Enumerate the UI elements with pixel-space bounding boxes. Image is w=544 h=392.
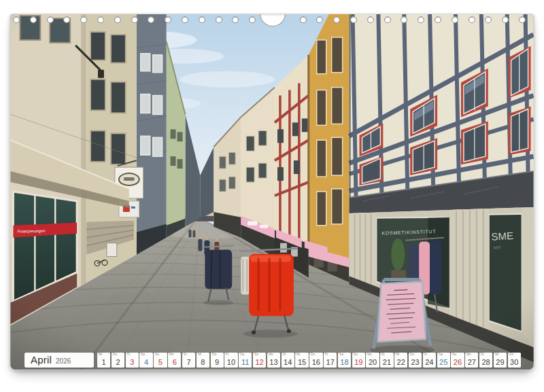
calendar-day-cell: Do 9 — [211, 353, 224, 368]
calendar-day-cell: Fr 3 — [126, 353, 139, 368]
day-number: 18 — [338, 358, 351, 366]
calendar-day-cell: Sa 11 — [239, 353, 252, 368]
binding-hole — [199, 16, 205, 23]
weekday-abbrev: Mo — [269, 353, 273, 356]
weekday-abbrev: So — [452, 353, 456, 356]
weekday-abbrev: Fr — [325, 353, 328, 356]
calendar-day-cell: Sa 4 — [139, 353, 152, 368]
day-number: 2 — [112, 358, 124, 366]
day-number: 15 — [295, 358, 308, 366]
calendar-day-cell: So 5 — [154, 353, 167, 368]
weekday-abbrev: Mi — [99, 353, 102, 356]
weekday-abbrev: Di — [381, 353, 385, 356]
weekday-abbrev: Mi — [396, 353, 399, 356]
weekday-abbrev: Sa — [240, 353, 244, 356]
day-number: 3 — [126, 358, 139, 366]
binding-hole — [367, 16, 374, 23]
weekday-abbrev: Fr — [424, 353, 428, 356]
day-number: 8 — [197, 358, 209, 366]
weekday-abbrev: Di — [184, 353, 187, 356]
calendar-day-cell: So 26 — [451, 353, 464, 368]
weekday-abbrev: Fr — [226, 353, 229, 356]
binding-hole — [216, 16, 222, 23]
binding-hole — [469, 16, 475, 23]
calendar-day-cell: Sa 18 — [338, 353, 351, 368]
binding-hole — [384, 16, 391, 23]
day-number: 17 — [324, 358, 337, 366]
calendar-day-cell: Mi 8 — [197, 353, 209, 368]
calendar-day-cell: Mi 15 — [295, 353, 308, 368]
binding-hole — [131, 16, 138, 23]
binding-hole — [519, 16, 526, 23]
day-number: 10 — [224, 358, 237, 366]
day-number: 13 — [267, 358, 280, 366]
calendar-product-image: Finanzierungen — [0, 0, 544, 392]
weekday-abbrev: Mo — [466, 353, 471, 356]
calendar-day-cell: Sa 25 — [437, 353, 450, 368]
day-number: 20 — [366, 358, 379, 366]
calendar-day-cell: Mi 1 — [97, 353, 110, 368]
day-number: 30 — [508, 358, 521, 366]
weekday-abbrev: Di — [481, 353, 484, 356]
month-year: 2026 — [56, 354, 71, 368]
weekday-abbrev: Mi — [296, 353, 300, 356]
day-number: 23 — [409, 358, 422, 366]
calendar-day-cell: Mo 20 — [366, 353, 379, 368]
binding-hole — [300, 16, 307, 23]
month-name: April — [31, 353, 52, 367]
binding-hole — [30, 16, 37, 23]
day-strip: Mi 1 Do 2 Fr 3 Sa 4 So 5 Mo 6 Di 7 Mi 8 … — [97, 353, 521, 368]
binding-hole — [97, 16, 104, 23]
day-number: 26 — [451, 358, 464, 366]
weekday-abbrev: So — [155, 353, 159, 356]
weekday-abbrev: Fr — [127, 353, 131, 356]
binding-hole — [13, 16, 20, 23]
calendar-day-cell: Di 14 — [282, 353, 294, 368]
day-number: 24 — [423, 358, 436, 366]
day-number: 11 — [239, 358, 252, 366]
weekday-abbrev: Do — [509, 353, 513, 356]
day-number: 21 — [380, 358, 393, 366]
calendar-day-cell: Mi 29 — [494, 353, 507, 368]
binding-hole — [435, 16, 441, 23]
day-number: 5 — [154, 358, 167, 366]
binding-hole — [47, 16, 54, 23]
day-number: 14 — [282, 358, 294, 366]
binding-hole — [452, 16, 458, 23]
weekday-abbrev: Do — [311, 353, 315, 356]
street-photo: Finanzierungen — [10, 14, 534, 370]
calendar-day-cell: Do 16 — [309, 353, 322, 368]
calendar-day-cell: Do 23 — [409, 353, 422, 368]
weekday-abbrev: Mo — [169, 353, 174, 356]
calendar-day-cell: Fr 17 — [324, 353, 337, 368]
weekday-abbrev: So — [354, 353, 358, 356]
calendar-day-cell: So 12 — [253, 353, 266, 368]
calendar-page: Finanzierungen — [10, 14, 534, 370]
day-number: 1 — [97, 358, 110, 366]
binding-hole — [114, 16, 121, 23]
calendar-day-cell: Di 28 — [479, 353, 492, 368]
day-number: 28 — [479, 358, 492, 366]
weekday-abbrev: Mi — [495, 353, 498, 356]
day-number: 7 — [182, 358, 195, 366]
calendar-day-cell: Mo 13 — [267, 353, 280, 368]
weekday-abbrev: Sa — [339, 353, 343, 356]
day-number: 29 — [494, 358, 507, 366]
day-number: 12 — [253, 358, 266, 366]
day-number: 27 — [465, 358, 478, 366]
calendar-day-cell: Mo 27 — [465, 353, 478, 368]
day-number: 6 — [168, 358, 181, 366]
month-bar: April 2026 — [24, 353, 94, 368]
calendar-day-cell: Do 2 — [112, 353, 124, 368]
weekday-abbrev: Mi — [198, 353, 201, 356]
day-number: 25 — [437, 358, 450, 366]
weekday-abbrev: Do — [113, 353, 117, 356]
day-number: 4 — [139, 358, 152, 366]
calendar-day-cell: Mo 6 — [168, 353, 181, 368]
day-number: 22 — [394, 358, 407, 366]
calendar-day-cell: Do 30 — [508, 353, 521, 368]
calendar-day-cell: Mi 22 — [394, 353, 407, 368]
calendar-day-cell: Fr 10 — [224, 353, 237, 368]
binding-hole — [182, 16, 188, 23]
weekday-abbrev: Di — [283, 353, 286, 356]
